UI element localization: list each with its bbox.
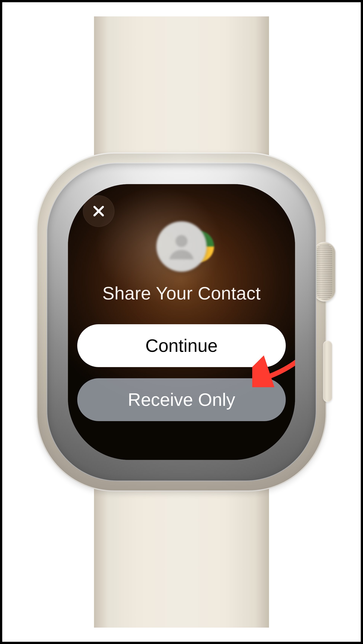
- continue-button[interactable]: Continue: [77, 324, 286, 367]
- canvas-frame: Share Your Contact Continue Receive Only: [0, 0, 363, 644]
- watch-bezel: Share Your Contact Continue Receive Only: [46, 163, 317, 481]
- share-contact-dialog: Share Your Contact Continue Receive Only: [68, 184, 295, 460]
- side-button[interactable]: [323, 341, 332, 402]
- watch-case: Share Your Contact Continue Receive Only: [36, 152, 327, 492]
- digital-crown[interactable]: [313, 242, 336, 302]
- receive-only-button[interactable]: Receive Only: [77, 378, 286, 421]
- close-button[interactable]: [83, 195, 114, 227]
- svg-point-0: [176, 235, 187, 247]
- dialog-title: Share Your Contact: [102, 283, 261, 304]
- watch: Share Your Contact Continue Receive Only: [27, 24, 336, 620]
- contact-avatar: [156, 222, 207, 272]
- close-icon: [91, 204, 106, 218]
- avatar-placeholder-icon: [156, 222, 207, 272]
- watch-screen: Share Your Contact Continue Receive Only: [68, 184, 295, 460]
